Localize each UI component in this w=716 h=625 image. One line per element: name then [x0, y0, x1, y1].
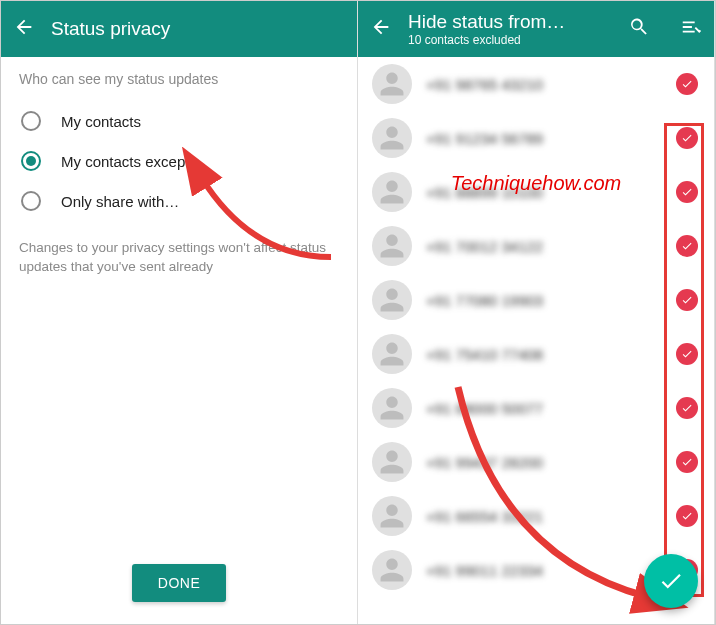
contact-label: +91 91234 56789 — [426, 130, 662, 147]
avatar-icon — [372, 388, 412, 428]
avatar-icon — [372, 280, 412, 320]
contact-row[interactable]: +91 66554 33221 — [358, 489, 714, 543]
contact-row[interactable]: +91 98765 43210 — [358, 57, 714, 111]
avatar-icon — [372, 64, 412, 104]
contact-row[interactable]: +91 88000 50077 — [358, 381, 714, 435]
radio-label: Only share with… — [61, 193, 179, 210]
contact-row[interactable]: +91 99437 28200 — [358, 435, 714, 489]
radio-my-contacts-except[interactable]: My contacts except… — [19, 141, 339, 181]
avatar-icon — [372, 334, 412, 374]
done-button[interactable]: DONE — [132, 564, 226, 602]
select-all-icon[interactable] — [680, 16, 702, 42]
confirm-fab[interactable] — [644, 554, 698, 608]
status-privacy-screen: Status privacy Who can see my status upd… — [1, 1, 358, 624]
appbar-title: Status privacy — [51, 18, 345, 40]
exclude-check-icon[interactable] — [676, 181, 698, 203]
contact-row[interactable]: +91 75410 77408 — [358, 327, 714, 381]
appbar-right: Hide status from… 10 contacts excluded — [358, 1, 714, 57]
contact-label: +91 88000 50077 — [426, 400, 662, 417]
radio-label: My contacts — [61, 113, 141, 130]
radio-my-contacts[interactable]: My contacts — [19, 101, 339, 141]
radio-icon — [21, 191, 41, 211]
avatar-icon — [372, 496, 412, 536]
exclude-check-icon[interactable] — [676, 451, 698, 473]
hide-status-screen: Hide status from… 10 contacts excluded +… — [358, 1, 715, 624]
contact-row[interactable]: +91 70012 34122 — [358, 219, 714, 273]
exclude-check-icon[interactable] — [676, 505, 698, 527]
exclude-check-icon[interactable] — [676, 343, 698, 365]
avatar-icon — [372, 118, 412, 158]
content-left: Who can see my status updates My contact… — [1, 57, 357, 624]
exclude-check-icon[interactable] — [676, 235, 698, 257]
contact-row[interactable]: +91 88899 10100 — [358, 165, 714, 219]
appbar-title: Hide status from… — [408, 11, 598, 33]
exclude-check-icon[interactable] — [676, 127, 698, 149]
exclude-check-icon[interactable] — [676, 289, 698, 311]
exclude-check-icon[interactable] — [676, 397, 698, 419]
contact-label: +91 88899 10100 — [426, 184, 662, 201]
avatar-icon — [372, 226, 412, 266]
contact-label: +91 70012 34122 — [426, 238, 662, 255]
radio-only-share-with[interactable]: Only share with… — [19, 181, 339, 221]
privacy-hint: Changes to your privacy settings won't a… — [19, 239, 339, 277]
contact-label: +91 77080 19903 — [426, 292, 662, 309]
search-icon[interactable] — [628, 16, 650, 42]
contact-list: +91 98765 43210 +91 91234 56789 +91 8889… — [358, 57, 714, 624]
radio-icon — [21, 111, 41, 131]
exclude-check-icon[interactable] — [676, 73, 698, 95]
contact-label: +91 98765 43210 — [426, 76, 662, 93]
avatar-icon — [372, 550, 412, 590]
back-arrow-icon[interactable] — [370, 16, 392, 42]
radio-icon-selected — [21, 151, 41, 171]
contact-label: +91 99011 22334 — [426, 562, 662, 579]
back-arrow-icon[interactable] — [13, 16, 35, 42]
contact-label: +91 75410 77408 — [426, 346, 662, 363]
avatar-icon — [372, 442, 412, 482]
section-heading: Who can see my status updates — [19, 71, 339, 87]
contact-label: +91 99437 28200 — [426, 454, 662, 471]
contact-row[interactable]: +91 91234 56789 — [358, 111, 714, 165]
avatar-icon — [372, 172, 412, 212]
appbar-left: Status privacy — [1, 1, 357, 57]
contact-label: +91 66554 33221 — [426, 508, 662, 525]
appbar-subtitle: 10 contacts excluded — [408, 33, 598, 47]
contact-row[interactable]: +91 77080 19903 — [358, 273, 714, 327]
radio-label: My contacts except… — [61, 153, 204, 170]
